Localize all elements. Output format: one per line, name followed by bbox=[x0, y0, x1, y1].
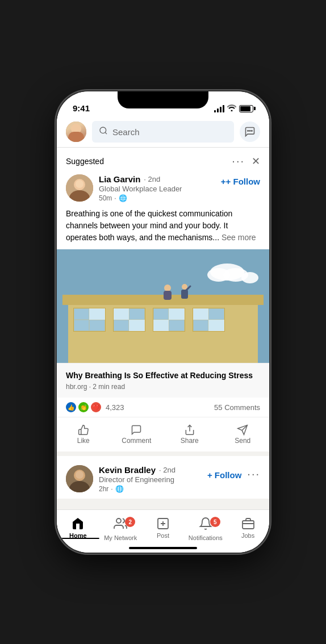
header: Search bbox=[57, 116, 269, 148]
search-icon bbox=[99, 126, 108, 137]
network-label: My Network bbox=[104, 534, 137, 541]
wifi-icon bbox=[227, 104, 236, 113]
svg-rect-39 bbox=[193, 308, 208, 320]
jobs-icon bbox=[241, 517, 255, 530]
article-title: Why Breathing Is So Effective at Reducin… bbox=[66, 370, 260, 380]
svg-point-12 bbox=[241, 272, 258, 283]
reaction-count: 4,323 bbox=[106, 403, 124, 412]
svg-rect-19 bbox=[89, 308, 105, 320]
svg-rect-25 bbox=[114, 308, 129, 320]
link-preview[interactable]: Why Breathing Is So Effective at Reducin… bbox=[57, 363, 269, 398]
post2-more-options[interactable]: ··· bbox=[247, 467, 260, 480]
svg-rect-28 bbox=[129, 320, 145, 331]
svg-rect-44 bbox=[164, 291, 172, 300]
svg-rect-18 bbox=[74, 308, 89, 320]
svg-rect-40 bbox=[208, 308, 224, 320]
send-button[interactable]: Send bbox=[216, 420, 270, 449]
nav-post[interactable]: Post bbox=[142, 515, 185, 539]
reaction-icons: 👍 👏 ❤️ 4,323 bbox=[66, 402, 124, 412]
send-label: Send bbox=[235, 437, 250, 445]
suggested-post-card: Suggested ··· ✕ bbox=[57, 148, 269, 451]
comment-button[interactable]: Comment bbox=[110, 420, 164, 449]
author-name[interactable]: Lia Garvin bbox=[99, 174, 140, 184]
see-more-link[interactable]: See more bbox=[221, 233, 256, 242]
author-avatar[interactable] bbox=[66, 174, 93, 202]
author-degree: · 2nd bbox=[144, 175, 160, 183]
post-text: Breathing is one of the quickest communi… bbox=[57, 208, 269, 249]
card-header: Suggested ··· ✕ bbox=[57, 148, 269, 172]
search-input[interactable]: Search bbox=[112, 127, 140, 137]
svg-rect-32 bbox=[153, 308, 169, 320]
nav-notifications[interactable]: 5 Notifications bbox=[184, 515, 227, 541]
post2-globe-icon: 🌐 bbox=[115, 485, 124, 493]
svg-rect-42 bbox=[208, 320, 224, 331]
svg-rect-33 bbox=[169, 308, 185, 320]
share-button[interactable]: Share bbox=[163, 420, 216, 449]
phone-frame: 9:41 bbox=[57, 91, 269, 553]
bottom-nav: Home 2 My Network bbox=[57, 509, 269, 553]
notch bbox=[118, 91, 208, 108]
suggested-label: Suggested bbox=[66, 157, 104, 166]
status-icons bbox=[214, 104, 253, 113]
kevin-avatar[interactable] bbox=[66, 465, 93, 492]
nav-home[interactable]: Home bbox=[57, 515, 99, 539]
share-label: Share bbox=[181, 437, 199, 445]
globe-icon: 🌐 bbox=[119, 194, 127, 202]
active-indicator bbox=[57, 538, 99, 539]
post2-author-info: Kevin Bradley · 2nd Director of Engineer… bbox=[99, 465, 175, 493]
svg-point-54 bbox=[76, 471, 83, 479]
like-label: Like bbox=[77, 437, 90, 445]
follow-button[interactable]: + + Follow bbox=[221, 177, 260, 186]
card-header-actions: ··· ✕ bbox=[232, 154, 260, 168]
feed: Suggested ··· ✕ bbox=[57, 148, 269, 509]
search-bar[interactable]: Search bbox=[92, 121, 234, 143]
post2-author-name[interactable]: Kevin Bradley bbox=[99, 465, 156, 475]
post2-author-degree: · 2nd bbox=[159, 466, 175, 474]
second-post-card: Kevin Bradley · 2nd Director of Engineer… bbox=[57, 456, 269, 499]
more-options-button[interactable]: ··· bbox=[232, 154, 245, 168]
post-author: Lia Garvin · 2nd Global Workplace Leader… bbox=[57, 172, 269, 208]
svg-point-43 bbox=[164, 285, 171, 291]
nav-jobs[interactable]: Jobs bbox=[227, 515, 269, 539]
like-reaction: 👍 bbox=[66, 402, 76, 412]
svg-point-7 bbox=[76, 180, 83, 188]
article-source: hbr.org · 2 min read bbox=[66, 383, 260, 391]
jobs-label: Jobs bbox=[241, 532, 254, 539]
post2-time: 2hr bbox=[99, 485, 108, 493]
svg-point-3 bbox=[252, 131, 253, 132]
reactions-row: 👍 👏 ❤️ 4,323 55 Comments bbox=[57, 398, 269, 417]
post2-author-title: Director of Engineering bbox=[99, 475, 175, 484]
messages-button[interactable] bbox=[240, 122, 260, 142]
post-label: Post bbox=[157, 532, 169, 539]
post2-follow-button[interactable]: + Follow bbox=[207, 470, 241, 480]
status-time: 9:41 bbox=[73, 103, 90, 113]
user-avatar[interactable] bbox=[66, 122, 86, 142]
svg-rect-20 bbox=[74, 320, 89, 331]
notifications-label: Notifications bbox=[189, 534, 223, 541]
nav-network[interactable]: 2 My Network bbox=[99, 515, 142, 541]
battery-icon bbox=[239, 105, 253, 112]
action-buttons: Like Comment bbox=[57, 417, 269, 451]
svg-point-55 bbox=[116, 518, 121, 523]
like-button[interactable]: Like bbox=[57, 420, 110, 449]
network-badge: 2 bbox=[125, 517, 135, 527]
post-time: 50m bbox=[99, 194, 112, 202]
signal-icon bbox=[214, 105, 224, 112]
svg-point-0 bbox=[100, 127, 106, 133]
phone-screen: 9:41 bbox=[57, 91, 269, 553]
close-button[interactable]: ✕ bbox=[252, 155, 260, 168]
clap-reaction: 👏 bbox=[78, 402, 89, 412]
notifications-badge: 5 bbox=[210, 517, 220, 527]
heart-reaction: ❤️ bbox=[91, 402, 101, 412]
comments-count[interactable]: 55 Comments bbox=[214, 403, 260, 412]
comment-label: Comment bbox=[122, 437, 151, 445]
post-icon bbox=[156, 517, 170, 530]
author-title: Global Workplace Leader bbox=[99, 185, 182, 193]
svg-point-2 bbox=[249, 131, 250, 132]
svg-rect-27 bbox=[114, 320, 129, 331]
app-content: Search Suggested bbox=[57, 116, 269, 553]
home-indicator bbox=[129, 547, 197, 549]
post-image[interactable] bbox=[57, 249, 269, 363]
svg-rect-35 bbox=[169, 320, 185, 331]
post2-author: Kevin Bradley · 2nd Director of Engineer… bbox=[57, 463, 269, 499]
